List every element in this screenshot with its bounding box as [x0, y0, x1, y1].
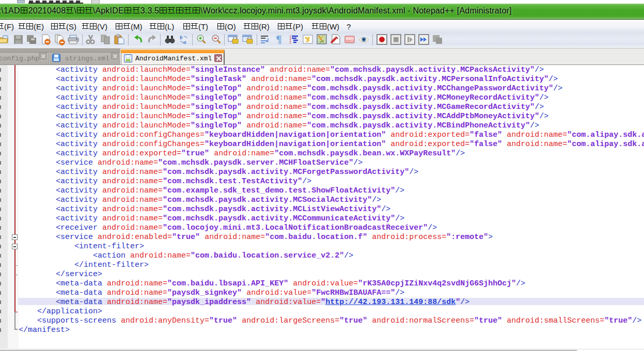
svg-text:¶: ¶: [276, 33, 282, 45]
svg-text:b: b: [180, 34, 183, 40]
svg-text:a: a: [183, 39, 186, 45]
